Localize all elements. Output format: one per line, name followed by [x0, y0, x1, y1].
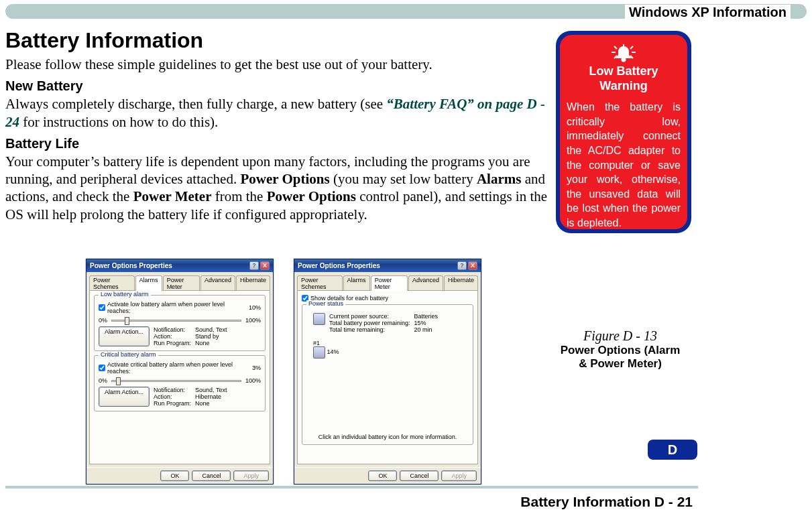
new-battery-text-a: Always completely discharge, then fully … [5, 96, 386, 112]
power-status-title: Power status [306, 300, 345, 307]
tab-advanced[interactable]: Advanced [200, 275, 235, 291]
power-options-bold: Power Options [240, 171, 329, 187]
dialog-tabs-2: Power Schemes Alarms Power Meter Advance… [294, 272, 481, 290]
power-status-labels: Current power source: Total battery powe… [329, 313, 410, 333]
total-remaining-label: Total battery power remaining: [329, 320, 410, 326]
figure-title: Power Options (Alarm & Power Meter) [560, 344, 681, 371]
battery-number: #1 [313, 340, 469, 346]
dialog-titlebar-2[interactable]: Power Options Properties ? X [294, 259, 481, 272]
run-program-label: Run Program: [154, 340, 191, 346]
tab-power-schemes-2[interactable]: Power Schemes [297, 275, 343, 291]
critical-alarm-slider[interactable] [111, 380, 241, 382]
cancel-button-2[interactable]: Cancel [400, 470, 439, 481]
dialog-title-2: Power Options Properties [298, 262, 380, 269]
new-battery-paragraph: Always completely discharge, then fully … [5, 95, 562, 131]
warning-title: Low Battery Warning [567, 64, 681, 93]
run-program-value-2: None [195, 400, 210, 407]
notification-label: Notification: [154, 326, 185, 333]
total-remaining-value: 15% [414, 320, 439, 326]
power-options-dialog-meter: Power Options Properties ? X Power Schem… [294, 259, 481, 484]
current-source-value: Batteries [414, 313, 439, 320]
section-tab-d: D [648, 440, 697, 460]
low-alarm-action-button[interactable]: Alarm Action... [99, 326, 150, 346]
low-alarm-slider[interactable] [111, 320, 241, 322]
figure-number: Figure D - 13 [560, 328, 681, 344]
battery-percent: 14% [327, 348, 339, 355]
alarms-tab-body: Low battery alarm Activate low battery a… [89, 290, 270, 464]
slider-max-label: 100% [245, 317, 261, 324]
footer-page-label: Battery Information D - 21 [520, 494, 693, 510]
warning-body: When the battery is critically low, imme… [567, 100, 681, 230]
tab-hibernate-2[interactable]: Hibernate [444, 275, 478, 291]
svg-line-4 [614, 46, 617, 49]
ok-button-2[interactable]: OK [368, 470, 397, 481]
low-battery-group: Low battery alarm Activate low battery a… [94, 295, 266, 351]
battery-life-heading: Battery Life [5, 136, 562, 151]
section-heading: Battery Information [5, 28, 562, 53]
apply-button[interactable]: Apply [233, 470, 269, 481]
slider-min-label: 0% [99, 317, 107, 324]
tab-alarms-2[interactable]: Alarms [343, 275, 370, 291]
notification-value-2: Sound, Text [195, 387, 227, 393]
notification-label-2: Notification: [154, 387, 185, 393]
warning-callout-inner: Low Battery Warning When the battery is … [560, 35, 687, 229]
help-button-2[interactable]: ? [457, 261, 467, 270]
screenshots-row: Power Options Properties ? X Power Schem… [86, 259, 481, 484]
footer-divider [5, 486, 698, 489]
critical-battery-group-title: Critical battery alarm [99, 351, 158, 358]
critical-alarm-values: Sound, Text Hibernate None [195, 387, 227, 407]
apply-button-2[interactable]: Apply [441, 470, 477, 481]
dialog-button-row-2: OK Cancel Apply [294, 467, 481, 484]
figure-caption: Figure D - 13 Power Options (Alarm & Pow… [560, 328, 681, 371]
tab-hibernate[interactable]: Hibernate [236, 275, 270, 291]
tab-alarms[interactable]: Alarms [135, 275, 162, 291]
power-options-bold-2: Power Options [267, 188, 356, 204]
notification-value: Sound, Text [195, 326, 227, 333]
action-label-2: Action: [154, 393, 172, 400]
power-meter-bold: Power Meter [133, 188, 212, 204]
battery-life-paragraph: Your computer’s battery life is dependen… [5, 153, 562, 223]
dialog-title: Power Options Properties [90, 262, 172, 269]
current-source-label: Current power source: [329, 313, 410, 320]
low-alarm-label: Activate low battery alarm when power le… [107, 301, 247, 314]
critical-battery-group: Critical battery alarm Activate critical… [94, 355, 266, 411]
low-alarm-percent: 10% [249, 304, 261, 311]
critical-alarm-action-button[interactable]: Alarm Action... [99, 387, 150, 407]
slider-min-label-2: 0% [99, 377, 107, 384]
header-bar: Windows XP Information [5, 4, 807, 19]
tab-advanced-2[interactable]: Advanced [408, 275, 443, 291]
action-value-hibernate: Hibernate [195, 393, 221, 400]
tab-power-meter[interactable]: Power Meter [163, 275, 200, 291]
dialog-tabs: Power Schemes Alarms Power Meter Advance… [86, 272, 273, 290]
dialog-button-row: OK Cancel Apply [86, 467, 273, 484]
low-alarm-values: Sound, Text Stand by None [195, 326, 227, 346]
battery-item-icon [313, 346, 325, 359]
time-remaining-label: Total time remaining: [329, 326, 410, 333]
tab-power-meter-2[interactable]: Power Meter [371, 275, 408, 291]
ok-button[interactable]: OK [160, 470, 189, 481]
close-button[interactable]: X [260, 261, 270, 270]
run-program-value: None [195, 340, 210, 346]
cancel-button[interactable]: Cancel [192, 470, 231, 481]
action-label: Action: [154, 333, 172, 340]
critical-alarm-details: Notification: Action: Run Program: [154, 387, 191, 407]
svg-point-0 [622, 58, 626, 62]
battery-hint: Click an individual battery icon for mor… [302, 434, 473, 440]
action-value-standby: Stand by [195, 333, 219, 340]
low-alarm-checkbox[interactable] [99, 304, 105, 311]
intro-paragraph: Please follow these simple guidelines to… [5, 56, 562, 73]
alarm-bell-icon [607, 43, 640, 63]
dialog-titlebar[interactable]: Power Options Properties ? X [86, 259, 273, 272]
main-content: Battery Information Please follow these … [5, 28, 562, 229]
tab-power-schemes[interactable]: Power Schemes [89, 275, 135, 291]
critical-alarm-checkbox[interactable] [99, 365, 105, 371]
page-header-title: Windows XP Information [625, 5, 791, 20]
battery-item[interactable]: #1 14% [313, 340, 469, 359]
close-button-2[interactable]: X [468, 261, 477, 270]
new-battery-text-b: for instructions on how to do this). [19, 114, 218, 130]
svg-line-5 [630, 46, 633, 49]
help-button[interactable]: ? [249, 261, 259, 270]
power-status-group: Power status Current power source: Total… [302, 304, 473, 445]
critical-alarm-percent: 3% [252, 365, 261, 371]
time-remaining-value: 20 min [414, 326, 439, 333]
